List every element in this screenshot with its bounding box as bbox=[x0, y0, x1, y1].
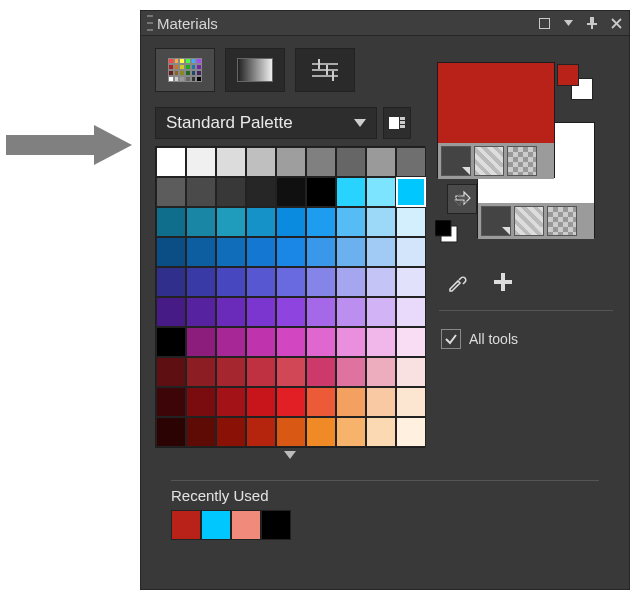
swatch[interactable] bbox=[216, 147, 246, 177]
swatch[interactable] bbox=[276, 207, 306, 237]
swatch[interactable] bbox=[396, 177, 426, 207]
swatch[interactable] bbox=[246, 147, 276, 177]
swatch[interactable] bbox=[396, 207, 426, 237]
swatch[interactable] bbox=[336, 417, 366, 447]
swatch[interactable] bbox=[156, 237, 186, 267]
swatch[interactable] bbox=[186, 267, 216, 297]
swatch[interactable] bbox=[336, 327, 366, 357]
swatch[interactable] bbox=[216, 387, 246, 417]
window-state-icon[interactable] bbox=[537, 16, 551, 30]
tab-gradient[interactable] bbox=[225, 48, 285, 92]
swatch[interactable] bbox=[186, 237, 216, 267]
swatch[interactable] bbox=[306, 327, 336, 357]
swatch[interactable] bbox=[156, 387, 186, 417]
tab-swatches[interactable] bbox=[155, 48, 215, 92]
swatch[interactable] bbox=[366, 237, 396, 267]
swatch[interactable] bbox=[366, 267, 396, 297]
bg-style-transparent[interactable] bbox=[547, 206, 577, 236]
swatch[interactable] bbox=[366, 297, 396, 327]
swatch[interactable] bbox=[336, 207, 366, 237]
swatch[interactable] bbox=[396, 357, 426, 387]
menu-caret-icon[interactable] bbox=[561, 16, 575, 30]
swatch[interactable] bbox=[186, 207, 216, 237]
fg-style-solid[interactable] bbox=[441, 146, 471, 176]
swatch[interactable] bbox=[396, 297, 426, 327]
fg-mini-swatch[interactable] bbox=[557, 64, 579, 86]
swatch[interactable] bbox=[396, 327, 426, 357]
swatch[interactable] bbox=[276, 237, 306, 267]
bg-style-texture[interactable] bbox=[514, 206, 544, 236]
eyedropper-button[interactable] bbox=[443, 268, 471, 296]
swatch[interactable] bbox=[366, 177, 396, 207]
swatch[interactable] bbox=[366, 357, 396, 387]
swatch[interactable] bbox=[336, 387, 366, 417]
swatch[interactable] bbox=[246, 207, 276, 237]
swatch[interactable] bbox=[246, 297, 276, 327]
swatch[interactable] bbox=[156, 297, 186, 327]
swatch[interactable] bbox=[216, 267, 246, 297]
swatch[interactable] bbox=[156, 327, 186, 357]
swatch[interactable] bbox=[216, 237, 246, 267]
swatch[interactable] bbox=[246, 177, 276, 207]
swatch[interactable] bbox=[336, 147, 366, 177]
swatch[interactable] bbox=[306, 297, 336, 327]
swatch[interactable] bbox=[216, 297, 246, 327]
swatch[interactable] bbox=[186, 147, 216, 177]
swatch[interactable] bbox=[276, 417, 306, 447]
grid-more-icon[interactable] bbox=[155, 448, 425, 462]
recent-swatch[interactable] bbox=[261, 510, 291, 540]
swatch[interactable] bbox=[216, 207, 246, 237]
swatch[interactable] bbox=[156, 147, 186, 177]
swatch[interactable] bbox=[306, 207, 336, 237]
swatch[interactable] bbox=[246, 387, 276, 417]
swatch[interactable] bbox=[276, 147, 306, 177]
panel-titlebar[interactable]: Materials bbox=[141, 11, 629, 36]
swatch[interactable] bbox=[306, 417, 336, 447]
swatch[interactable] bbox=[216, 357, 246, 387]
swatch[interactable] bbox=[306, 147, 336, 177]
swatch[interactable] bbox=[186, 387, 216, 417]
swatch[interactable] bbox=[276, 327, 306, 357]
swatch[interactable] bbox=[396, 417, 426, 447]
palette-menu-button[interactable] bbox=[383, 107, 411, 139]
swatch[interactable] bbox=[396, 237, 426, 267]
swatch[interactable] bbox=[156, 417, 186, 447]
swatch[interactable] bbox=[186, 327, 216, 357]
swatch[interactable] bbox=[366, 207, 396, 237]
swatch[interactable] bbox=[306, 387, 336, 417]
swatch[interactable] bbox=[156, 207, 186, 237]
swatch[interactable] bbox=[156, 357, 186, 387]
swatch[interactable] bbox=[276, 177, 306, 207]
recent-swatches[interactable] bbox=[171, 510, 599, 540]
swatch[interactable] bbox=[396, 267, 426, 297]
swatch[interactable] bbox=[216, 327, 246, 357]
recent-swatch[interactable] bbox=[171, 510, 201, 540]
swatch[interactable] bbox=[336, 237, 366, 267]
swatch[interactable] bbox=[216, 177, 246, 207]
swatch[interactable] bbox=[246, 417, 276, 447]
swap-materials-button[interactable] bbox=[447, 184, 477, 214]
swatch[interactable] bbox=[276, 357, 306, 387]
swatch[interactable] bbox=[276, 387, 306, 417]
swatch[interactable] bbox=[396, 147, 426, 177]
add-material-button[interactable] bbox=[489, 268, 517, 296]
swatch[interactable] bbox=[366, 417, 396, 447]
swatch[interactable] bbox=[186, 177, 216, 207]
tab-sliders[interactable] bbox=[295, 48, 355, 92]
swatch[interactable] bbox=[336, 297, 366, 327]
swatch[interactable] bbox=[366, 147, 396, 177]
fg-style-transparent[interactable] bbox=[507, 146, 537, 176]
all-tools-option[interactable]: All tools bbox=[437, 325, 615, 353]
recent-swatch[interactable] bbox=[231, 510, 261, 540]
pin-icon[interactable] bbox=[585, 16, 599, 30]
swatch[interactable] bbox=[276, 267, 306, 297]
swatch[interactable] bbox=[336, 267, 366, 297]
swatch[interactable] bbox=[276, 297, 306, 327]
swatch-grid[interactable] bbox=[155, 146, 425, 448]
swatch[interactable] bbox=[156, 177, 186, 207]
palette-dropdown[interactable]: Standard Palette bbox=[155, 107, 377, 139]
swatch[interactable] bbox=[336, 177, 366, 207]
swatch[interactable] bbox=[156, 267, 186, 297]
swatch[interactable] bbox=[246, 267, 276, 297]
swatch[interactable] bbox=[246, 357, 276, 387]
